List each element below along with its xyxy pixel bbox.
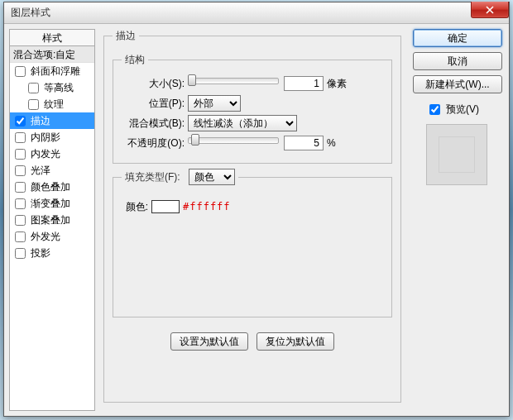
preview-toggle[interactable]: 预览(V) — [426, 102, 504, 117]
style-checkbox[interactable] — [15, 116, 26, 126]
new-style-button[interactable]: 新建样式(W)... — [413, 75, 502, 93]
position-row: 位置(P): 外部 — [122, 93, 383, 113]
right-column: 确定 取消 新建样式(W)... 预览(V) — [408, 29, 504, 411]
opacity-slider[interactable] — [188, 139, 277, 150]
window-title: 图层样式 — [11, 6, 50, 20]
slider-thumb[interactable] — [188, 74, 196, 86]
blend-options-row[interactable]: 混合选项:自定 — [10, 46, 94, 63]
layer-style-dialog: 图层样式 样式 混合选项:自定 斜面和浮雕 等高线 纹理 — [3, 2, 510, 417]
style-label: 颜色叠加 — [31, 180, 70, 194]
defaults-button-row: 设置为默认值 复位为默认值 — [113, 332, 392, 351]
position-select[interactable]: 外部 — [188, 95, 241, 112]
size-row: 大小(S): 像素 — [122, 74, 383, 93]
blendmode-select[interactable]: 线性减淡（添加） — [188, 115, 297, 131]
color-swatch[interactable] — [151, 200, 180, 213]
style-checkbox[interactable] — [15, 149, 26, 160]
preview-checkbox[interactable] — [429, 104, 440, 115]
style-checkbox[interactable] — [15, 132, 26, 143]
style-item-inner-glow[interactable]: 内发光 — [10, 146, 94, 162]
fill-group: 填充类型(F): 颜色 颜色: #ffffff — [113, 169, 392, 317]
preview-thumbnail — [426, 124, 487, 185]
style-label: 渐变叠加 — [31, 197, 70, 211]
styles-header: 样式 — [10, 30, 94, 46]
cancel-button[interactable]: 取消 — [413, 52, 502, 70]
stroke-group: 描边 结构 大小(S): 像素 位置(P): 外部 — [103, 29, 401, 403]
size-input[interactable] — [284, 76, 324, 91]
style-checkbox[interactable] — [15, 165, 26, 176]
style-item-outer-glow[interactable]: 外发光 — [10, 228, 94, 245]
style-item-pattern-overlay[interactable]: 图案叠加 — [10, 212, 94, 228]
style-checkbox[interactable] — [28, 83, 39, 93]
style-checkbox[interactable] — [15, 182, 26, 193]
style-label: 内阴影 — [31, 131, 60, 145]
fill-type-label: 填充类型(F): — [125, 171, 180, 183]
color-row: 颜色: #ffffff — [122, 197, 383, 217]
style-checkbox[interactable] — [15, 66, 26, 77]
size-unit: 像素 — [327, 77, 352, 91]
style-item-satin[interactable]: 光泽 — [10, 162, 94, 179]
opacity-row: 不透明度(O): % — [122, 133, 383, 153]
set-default-button[interactable]: 设置为默认值 — [170, 332, 248, 351]
color-hex: #ffffff — [183, 201, 231, 212]
opacity-label: 不透明度(O): — [122, 136, 188, 150]
opacity-input[interactable] — [284, 136, 324, 150]
style-label: 内发光 — [31, 147, 60, 161]
style-item-inner-shadow[interactable]: 内阴影 — [10, 129, 94, 146]
slider-thumb[interactable] — [191, 134, 199, 146]
style-checkbox[interactable] — [15, 231, 26, 242]
position-label: 位置(P): — [122, 97, 188, 111]
style-checkbox[interactable] — [15, 248, 26, 259]
preview-label: 预览(V) — [446, 103, 479, 117]
styles-panel: 样式 混合选项:自定 斜面和浮雕 等高线 纹理 描边 内阴影 — [9, 29, 95, 411]
style-label: 描边 — [31, 114, 50, 128]
client-area: 样式 混合选项:自定 斜面和浮雕 等高线 纹理 描边 内阴影 — [9, 29, 504, 411]
style-label: 斜面和浮雕 — [31, 64, 80, 79]
style-item-gradient-overlay[interactable]: 渐变叠加 — [10, 195, 94, 212]
fill-type-select[interactable]: 颜色 — [189, 169, 235, 185]
style-item-contour[interactable]: 等高线 — [10, 79, 94, 96]
fill-legend: 填充类型(F): 颜色 — [122, 169, 238, 185]
size-label: 大小(S): — [122, 77, 188, 91]
style-label: 光泽 — [31, 164, 50, 178]
structure-group: 结构 大小(S): 像素 位置(P): 外部 混合模式( — [113, 53, 392, 164]
style-label: 外发光 — [31, 230, 60, 244]
style-item-drop-shadow[interactable]: 投影 — [10, 245, 94, 261]
titlebar[interactable]: 图层样式 — [4, 2, 509, 24]
settings-area: 描边 结构 大小(S): 像素 位置(P): 外部 — [95, 29, 408, 411]
style-item-stroke[interactable]: 描边 — [10, 112, 94, 129]
close-button[interactable] — [471, 2, 509, 18]
style-item-texture[interactable]: 纹理 — [10, 96, 94, 112]
stroke-group-legend: 描边 — [113, 29, 139, 43]
style-checkbox[interactable] — [28, 99, 39, 110]
style-label: 等高线 — [44, 81, 74, 95]
style-item-bevel[interactable]: 斜面和浮雕 — [10, 63, 94, 79]
style-item-color-overlay[interactable]: 颜色叠加 — [10, 179, 94, 195]
style-label: 纹理 — [44, 98, 64, 112]
style-checkbox[interactable] — [15, 215, 26, 226]
reset-default-button[interactable]: 复位为默认值 — [256, 332, 334, 351]
structure-legend: 结构 — [122, 53, 148, 67]
size-slider[interactable] — [188, 79, 277, 91]
style-label: 投影 — [31, 246, 50, 260]
ok-button[interactable]: 确定 — [413, 29, 502, 47]
close-icon — [486, 6, 494, 14]
style-label: 图案叠加 — [31, 213, 70, 227]
blendmode-label: 混合模式(B): — [122, 117, 188, 131]
opacity-unit: % — [327, 137, 352, 149]
blendmode-row: 混合模式(B): 线性减淡（添加） — [122, 113, 383, 133]
color-label: 颜色: — [122, 200, 151, 214]
style-checkbox[interactable] — [15, 198, 26, 209]
